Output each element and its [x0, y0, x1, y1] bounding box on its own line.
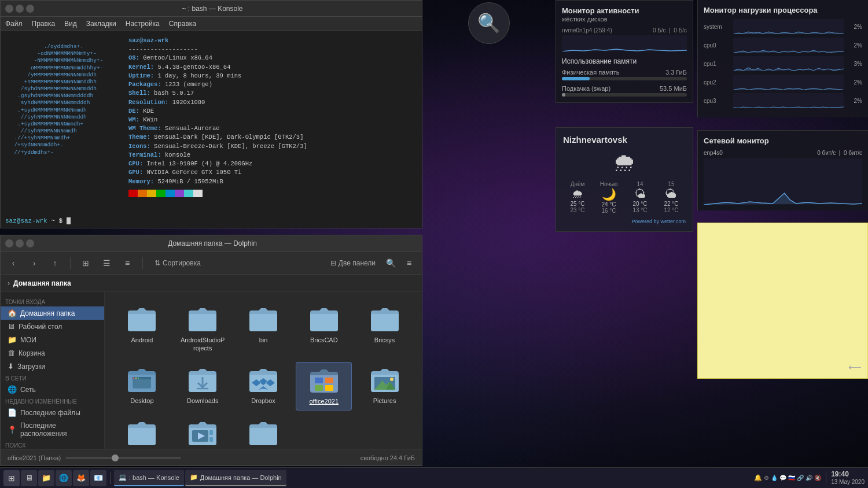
weather-low-2: 13 °C — [626, 207, 654, 213]
fm-list-view-btn[interactable]: ☰ — [98, 255, 115, 271]
fm-up-btn[interactable]: ↑ — [47, 255, 63, 271]
systray-discord[interactable]: 💬 — [779, 475, 786, 481]
fm-item-office2021[interactable]: office2021 — [296, 362, 352, 411]
systray-flag[interactable]: 🇷🇺 — [788, 475, 795, 481]
fm-back-btn[interactable]: ‹ — [5, 255, 21, 271]
fm-dual-panel-btn[interactable]: ⊟ Две панели — [326, 257, 380, 269]
taskbar-icon-1[interactable]: 🖥 — [21, 470, 37, 486]
sidebar-item-desktop[interactable]: 🖥 Рабочий стол — [1, 320, 104, 333]
systray-steam[interactable]: ⚙ — [764, 475, 769, 481]
menu-file[interactable]: Файл — [5, 20, 23, 28]
fm-item-pictures[interactable]: Pictures — [356, 362, 413, 411]
bin-label: bin — [259, 336, 268, 344]
fm-min-btn[interactable]: ■ — [16, 239, 24, 247]
tray-icon-3: 🌐 — [59, 474, 68, 482]
fm-sort-btn[interactable]: ⇅ Сортировка — [150, 257, 205, 269]
sidebar-item-home[interactable]: 🏠 Домашняя папка — [1, 306, 104, 320]
fm-right-tools: ⊟ Две панели 🔍 ≡ — [326, 255, 417, 271]
taskbar-date: 13 May 2020 — [831, 479, 865, 486]
terminal-window-controls[interactable]: ■ ■ ■ — [5, 5, 34, 13]
menu-help[interactable]: Справка — [169, 20, 196, 28]
weather-day-0: Днём 🌧 25 °C 23 °C — [563, 181, 592, 214]
disk-graph — [562, 35, 687, 51]
downloads-icon: ⬇ — [8, 362, 14, 371]
taskbar-icon-2[interactable]: 📁 — [38, 470, 54, 486]
taskbar-icon-4[interactable]: 🦊 — [73, 470, 89, 486]
start-button[interactable]: ⊞ — [3, 470, 20, 486]
fm-separator-2 — [142, 257, 143, 269]
fm-max-btn[interactable]: ■ — [26, 239, 34, 247]
dropbox-folder-icon — [248, 367, 278, 393]
breadcrumb-current[interactable]: Домашняя папка — [13, 279, 71, 287]
fm-window-controls[interactable]: ■ ■ ■ — [5, 239, 34, 247]
fm-detail-view-btn[interactable]: ≡ — [119, 255, 135, 271]
svg-rect-8 — [325, 378, 333, 383]
fm-close-btn[interactable]: ■ — [5, 239, 13, 247]
sidebar-item-downloads[interactable]: ⬇ Загрузки — [1, 360, 104, 373]
systray-volume[interactable]: 🔊 — [806, 475, 812, 481]
sticky-note-expand[interactable]: ⟵ — [848, 361, 862, 372]
terminal-max-btn[interactable]: ■ — [26, 5, 34, 13]
weather-current-icon: 🌨 — [563, 150, 686, 176]
menu-view[interactable]: Вид — [64, 20, 77, 28]
fm-item-zagruzki[interactable]: Загрузки — [236, 415, 292, 449]
fm-item-videos[interactable]: Videos — [175, 415, 231, 449]
net-monitor-title: Сетевой монитор — [704, 136, 862, 145]
sidebar-item-trash[interactable]: 🗑 Корзина — [1, 346, 104, 360]
network-icon: 🌐 — [8, 385, 17, 394]
neofetch-info: saz@saz-wrk ------------------- OS: Gent… — [120, 36, 415, 210]
systray-mute[interactable]: 🔇 — [814, 475, 821, 481]
fm-status-free: свободно 24.4 ГиБ — [361, 454, 415, 461]
bricsys-label: Bricsys — [374, 336, 395, 344]
taskbar-app-dolphin[interactable]: 📁 Домашняя папка — Dolphin — [185, 470, 286, 486]
menu-edit[interactable]: Правка — [32, 20, 56, 28]
cpu0-pct: 2% — [847, 42, 862, 49]
menu-settings[interactable]: Настройка — [126, 20, 160, 28]
bricsys-folder-icon — [370, 306, 400, 332]
fm-search-btn[interactable]: 🔍 — [382, 255, 399, 271]
taskbar-app-terminal[interactable]: 💻 : bash — Konsole — [114, 470, 184, 486]
sidebar-item-recent-locations[interactable]: 📍 Последние расположения — [1, 419, 104, 440]
cpu3-graph — [733, 93, 844, 108]
systray-network[interactable]: 🔗 — [797, 475, 804, 481]
fm-item-androidstudio[interactable]: AndroidStudioProjects — [175, 301, 231, 357]
search-area: 🔍 — [422, 0, 556, 46]
trash-icon: 🗑 — [8, 349, 15, 357]
prompt-cursor — [67, 217, 71, 224]
fm-item-downloads[interactable]: Downloads — [175, 362, 231, 411]
weather-day-1: Ночью 🌙 24 °C 16 °C — [594, 181, 623, 214]
sticky-note[interactable]: ⟵ — [697, 223, 868, 379]
taskbar-icon-5[interactable]: 📧 — [90, 470, 106, 486]
systray-bell[interactable]: 🔔 — [754, 474, 762, 482]
fm-item-bin[interactable]: bin — [236, 301, 292, 357]
fm-item-softmaker[interactable]: SoftMaker — [114, 415, 170, 449]
weather-powered-link[interactable]: Powered by wetter.com — [631, 219, 686, 224]
search-circle[interactable]: 🔍 — [468, 2, 510, 44]
sidebar-item-my[interactable]: 📁 МОИ — [1, 333, 104, 346]
fm-zoom-slider[interactable] — [65, 457, 181, 459]
cpu1-row: cpu1 3% — [704, 56, 862, 71]
weather-icon-3: 🌥 — [657, 187, 686, 201]
terminal-min-btn[interactable]: ■ — [16, 5, 24, 13]
downloads-folder-label: Downloads — [187, 397, 218, 405]
tray-icon-4: 🦊 — [76, 474, 86, 482]
cpu-monitor: Монитор нагрузки процессора system 2% cp… — [697, 0, 868, 117]
bricscad-folder-icon — [309, 306, 339, 332]
fm-sidebar: Точки входа 🏠 Домашняя папка 🖥 Рабочий с… — [1, 292, 105, 449]
fm-menu-btn[interactable]: ≡ — [401, 255, 417, 271]
taskbar-icon-3[interactable]: 🌐 — [56, 470, 72, 486]
sidebar-item-network[interactable]: 🌐 Сеть — [1, 383, 104, 396]
terminal-prompt[interactable]: saz@saz-wrk ~ $ — [1, 216, 422, 228]
menu-bookmarks[interactable]: Закладки — [86, 20, 116, 28]
fm-icon-view-btn[interactable]: ⊞ — [78, 255, 94, 271]
fm-item-bricsys[interactable]: Bricsys — [356, 301, 413, 357]
sidebar-item-recent-files[interactable]: 📄 Последние файлы — [1, 406, 104, 419]
terminal-close-btn[interactable]: ■ — [5, 5, 13, 13]
net-speeds: 0 бит/с | 0 бит/с — [817, 150, 862, 156]
systray-dropbox[interactable]: 💧 — [771, 475, 778, 481]
fm-item-android[interactable]: Android — [114, 301, 170, 357]
fm-forward-btn[interactable]: › — [26, 255, 42, 271]
fm-item-bricscad[interactable]: BricsCAD — [296, 301, 352, 357]
fm-item-desktop[interactable]: Desktop — [114, 362, 170, 411]
fm-item-dropbox[interactable]: Dropbox — [236, 362, 292, 411]
